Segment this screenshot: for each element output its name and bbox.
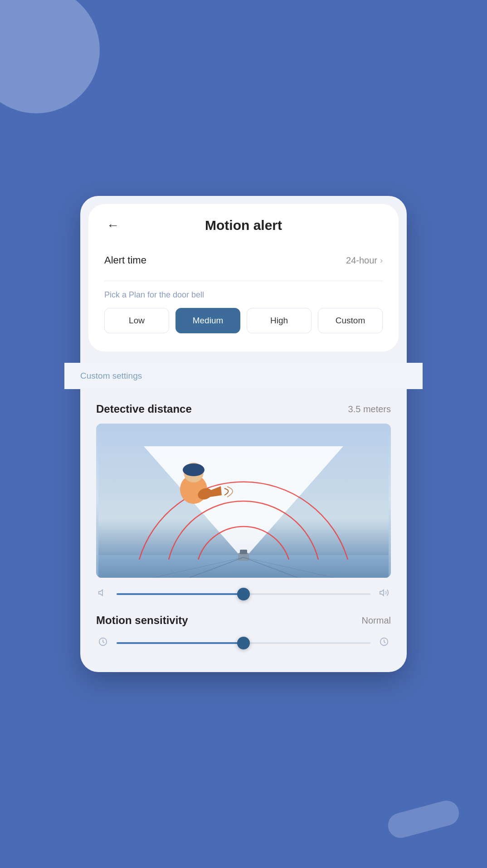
plan-section-label: Pick a Plan for the door bell [104, 290, 383, 300]
bg-circle [0, 0, 100, 113]
motion-sensitivity-header: Motion sensitivity Normal [96, 614, 391, 627]
detective-distance-header: Detective distance 3.5 meters [96, 403, 391, 415]
detective-distance-value: 3.5 meters [348, 404, 391, 414]
alert-time-value: 24-hour › [346, 255, 383, 266]
plan-btn-custom[interactable]: Custom [318, 308, 383, 333]
alert-time-row[interactable]: Alert time 24-hour › [104, 249, 383, 272]
sensitivity-slider-track[interactable] [117, 642, 370, 644]
motion-sensitivity-value: Normal [362, 615, 391, 626]
svg-point-11 [183, 463, 205, 476]
chevron-right-icon: › [380, 256, 383, 265]
distance-slider-fill [117, 593, 244, 595]
custom-settings-bar: Custom settings [64, 363, 423, 389]
alert-time-text: 24-hour [346, 255, 377, 266]
back-icon: ← [107, 218, 119, 232]
sensitivity-slider-fill [117, 642, 244, 644]
main-card: ← Motion alert Alert time 24-hour › Pick… [80, 196, 407, 672]
sensitivity-low-icon [96, 637, 110, 649]
detective-distance-title: Detective distance [96, 403, 192, 415]
motion-sensitivity-section: Motion sensitivity Normal [96, 614, 391, 649]
alert-time-label: Alert time [104, 254, 146, 266]
motion-sensitivity-title: Motion sensitivity [96, 614, 188, 627]
bg-pill [385, 798, 462, 841]
page-header: ← Motion alert [104, 218, 383, 233]
plan-btn-low[interactable]: Low [104, 308, 169, 333]
divider-1 [104, 281, 383, 281]
detective-distance-section: Detective distance 3.5 meters [96, 403, 391, 600]
plan-btn-medium[interactable]: Medium [175, 308, 240, 333]
sensitivity-slider-row [96, 637, 391, 649]
card-inner: ← Motion alert Alert time 24-hour › Pick… [88, 204, 399, 351]
volume-high-icon [377, 588, 391, 600]
back-button[interactable]: ← [104, 216, 122, 235]
sensitivity-slider-thumb[interactable] [237, 637, 250, 649]
distance-slider-thumb[interactable] [237, 588, 250, 600]
plan-btn-high[interactable]: High [247, 308, 312, 333]
distance-slider-row [96, 588, 391, 600]
svg-rect-4 [240, 550, 247, 554]
plan-buttons: Low Medium High Custom [104, 308, 383, 333]
detection-visual [96, 424, 391, 578]
page-title: Motion alert [205, 218, 282, 233]
detection-svg [96, 424, 391, 578]
svg-marker-14 [99, 590, 102, 596]
sensitivity-high-icon [377, 637, 391, 649]
volume-low-icon [96, 588, 110, 600]
custom-settings-label: Custom settings [80, 371, 142, 380]
distance-slider-track[interactable] [117, 593, 370, 595]
svg-marker-15 [380, 590, 384, 596]
